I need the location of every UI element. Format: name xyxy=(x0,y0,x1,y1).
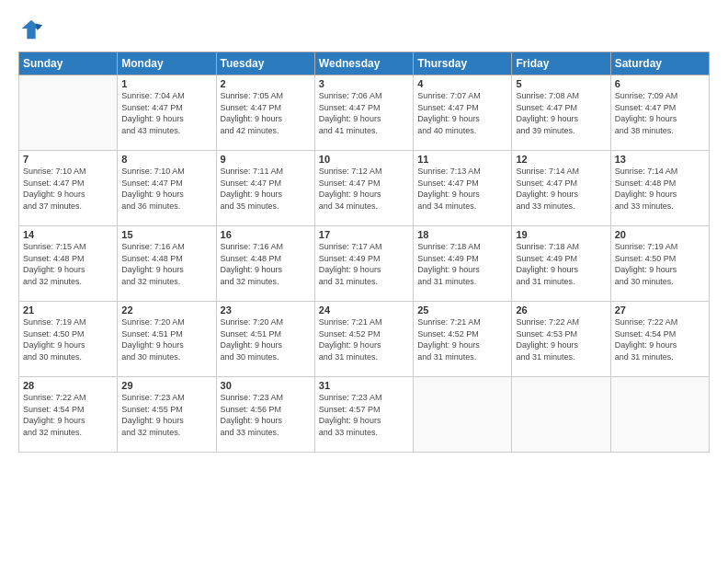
day-info: Sunrise: 7:23 AMSunset: 4:56 PMDaylight:… xyxy=(221,392,311,438)
calendar-cell xyxy=(610,377,709,453)
day-number: 22 xyxy=(121,304,211,316)
day-info: Sunrise: 7:06 AMSunset: 4:47 PMDaylight:… xyxy=(319,90,409,136)
day-number: 13 xyxy=(615,154,705,165)
day-number: 21 xyxy=(23,304,113,316)
day-number: 1 xyxy=(121,78,211,89)
day-number: 8 xyxy=(121,154,211,165)
calendar-cell: 1Sunrise: 7:04 AMSunset: 4:47 PMDaylight… xyxy=(118,75,216,151)
day-info: Sunrise: 7:19 AMSunset: 4:50 PMDaylight:… xyxy=(615,241,705,287)
day-number: 9 xyxy=(221,154,311,165)
day-number: 5 xyxy=(516,78,606,89)
day-info: Sunrise: 7:18 AMSunset: 4:49 PMDaylight:… xyxy=(417,241,507,287)
day-number: 19 xyxy=(516,229,606,240)
weekday-monday: Monday xyxy=(118,52,216,75)
day-info: Sunrise: 7:20 AMSunset: 4:51 PMDaylight:… xyxy=(221,316,311,362)
day-number: 24 xyxy=(319,304,409,316)
svg-marker-1 xyxy=(36,23,42,29)
week-row-4: 21Sunrise: 7:19 AMSunset: 4:50 PMDayligh… xyxy=(19,302,710,377)
day-info: Sunrise: 7:10 AMSunset: 4:47 PMDaylight:… xyxy=(121,166,211,212)
calendar-cell: 28Sunrise: 7:22 AMSunset: 4:54 PMDayligh… xyxy=(19,377,118,453)
calendar-cell: 15Sunrise: 7:16 AMSunset: 4:48 PMDayligh… xyxy=(118,226,216,302)
day-info: Sunrise: 7:22 AMSunset: 4:54 PMDaylight:… xyxy=(23,392,113,438)
calendar-cell: 21Sunrise: 7:19 AMSunset: 4:50 PMDayligh… xyxy=(19,302,118,377)
header xyxy=(18,17,710,42)
calendar-cell: 23Sunrise: 7:20 AMSunset: 4:51 PMDayligh… xyxy=(216,302,314,377)
day-number: 26 xyxy=(516,304,606,316)
day-number: 29 xyxy=(121,380,211,391)
day-info: Sunrise: 7:08 AMSunset: 4:47 PMDaylight:… xyxy=(516,90,606,136)
week-row-5: 28Sunrise: 7:22 AMSunset: 4:54 PMDayligh… xyxy=(19,377,710,453)
day-info: Sunrise: 7:19 AMSunset: 4:50 PMDaylight:… xyxy=(23,316,113,362)
day-number: 2 xyxy=(221,78,311,89)
day-number: 10 xyxy=(319,154,409,165)
day-number: 20 xyxy=(615,229,705,240)
day-info: Sunrise: 7:05 AMSunset: 4:47 PMDaylight:… xyxy=(221,90,311,136)
day-info: Sunrise: 7:21 AMSunset: 4:52 PMDaylight:… xyxy=(319,316,409,362)
calendar-cell: 22Sunrise: 7:20 AMSunset: 4:51 PMDayligh… xyxy=(118,302,216,377)
day-number: 7 xyxy=(23,154,113,165)
day-info: Sunrise: 7:15 AMSunset: 4:48 PMDaylight:… xyxy=(23,241,113,287)
day-info: Sunrise: 7:22 AMSunset: 4:53 PMDaylight:… xyxy=(516,316,606,362)
calendar-cell: 10Sunrise: 7:12 AMSunset: 4:47 PMDayligh… xyxy=(314,151,413,226)
calendar-cell: 12Sunrise: 7:14 AMSunset: 4:47 PMDayligh… xyxy=(512,151,610,226)
day-info: Sunrise: 7:18 AMSunset: 4:49 PMDaylight:… xyxy=(516,241,606,287)
logo xyxy=(18,17,48,42)
calendar-cell: 2Sunrise: 7:05 AMSunset: 4:47 PMDaylight… xyxy=(216,75,314,151)
week-row-3: 14Sunrise: 7:15 AMSunset: 4:48 PMDayligh… xyxy=(19,226,710,302)
weekday-tuesday: Tuesday xyxy=(216,52,314,75)
calendar-cell xyxy=(19,75,118,151)
day-info: Sunrise: 7:16 AMSunset: 4:48 PMDaylight:… xyxy=(221,241,311,287)
day-info: Sunrise: 7:16 AMSunset: 4:48 PMDaylight:… xyxy=(121,241,211,287)
logo-icon xyxy=(18,17,44,42)
calendar-cell: 6Sunrise: 7:09 AMSunset: 4:47 PMDaylight… xyxy=(610,75,709,151)
day-info: Sunrise: 7:14 AMSunset: 4:47 PMDaylight:… xyxy=(516,166,606,212)
day-number: 16 xyxy=(221,229,311,240)
calendar-cell: 29Sunrise: 7:23 AMSunset: 4:55 PMDayligh… xyxy=(118,377,216,453)
calendar-cell: 25Sunrise: 7:21 AMSunset: 4:52 PMDayligh… xyxy=(414,302,512,377)
day-number: 6 xyxy=(615,78,705,89)
weekday-header-row: SundayMondayTuesdayWednesdayThursdayFrid… xyxy=(19,52,710,75)
day-info: Sunrise: 7:22 AMSunset: 4:54 PMDaylight:… xyxy=(615,316,705,362)
calendar-cell: 9Sunrise: 7:11 AMSunset: 4:47 PMDaylight… xyxy=(216,151,314,226)
calendar-cell xyxy=(414,377,512,453)
week-row-1: 1Sunrise: 7:04 AMSunset: 4:47 PMDaylight… xyxy=(19,75,710,151)
page: SundayMondayTuesdayWednesdayThursdayFrid… xyxy=(0,0,728,563)
calendar-cell: 20Sunrise: 7:19 AMSunset: 4:50 PMDayligh… xyxy=(610,226,709,302)
day-info: Sunrise: 7:10 AMSunset: 4:47 PMDaylight:… xyxy=(23,166,113,212)
day-number: 17 xyxy=(319,229,409,240)
day-number: 15 xyxy=(121,229,211,240)
day-number: 27 xyxy=(615,304,705,316)
day-info: Sunrise: 7:12 AMSunset: 4:47 PMDaylight:… xyxy=(319,166,409,212)
calendar-cell: 27Sunrise: 7:22 AMSunset: 4:54 PMDayligh… xyxy=(610,302,709,377)
calendar-table: SundayMondayTuesdayWednesdayThursdayFrid… xyxy=(18,52,710,453)
calendar-cell xyxy=(512,377,610,453)
weekday-sunday: Sunday xyxy=(19,52,118,75)
weekday-wednesday: Wednesday xyxy=(314,52,413,75)
calendar-cell: 4Sunrise: 7:07 AMSunset: 4:47 PMDaylight… xyxy=(414,75,512,151)
calendar-cell: 17Sunrise: 7:17 AMSunset: 4:49 PMDayligh… xyxy=(314,226,413,302)
day-number: 31 xyxy=(319,380,409,391)
day-number: 3 xyxy=(319,78,409,89)
calendar-cell: 14Sunrise: 7:15 AMSunset: 4:48 PMDayligh… xyxy=(19,226,118,302)
day-number: 14 xyxy=(23,229,113,240)
calendar-cell: 18Sunrise: 7:18 AMSunset: 4:49 PMDayligh… xyxy=(414,226,512,302)
weekday-friday: Friday xyxy=(512,52,610,75)
calendar-cell: 7Sunrise: 7:10 AMSunset: 4:47 PMDaylight… xyxy=(19,151,118,226)
calendar-cell: 31Sunrise: 7:23 AMSunset: 4:57 PMDayligh… xyxy=(314,377,413,453)
calendar-cell: 24Sunrise: 7:21 AMSunset: 4:52 PMDayligh… xyxy=(314,302,413,377)
day-number: 25 xyxy=(417,304,507,316)
day-number: 28 xyxy=(23,380,113,391)
weekday-thursday: Thursday xyxy=(414,52,512,75)
day-number: 30 xyxy=(221,380,311,391)
day-number: 18 xyxy=(417,229,507,240)
day-info: Sunrise: 7:23 AMSunset: 4:57 PMDaylight:… xyxy=(319,392,409,438)
calendar-cell: 19Sunrise: 7:18 AMSunset: 4:49 PMDayligh… xyxy=(512,226,610,302)
weekday-saturday: Saturday xyxy=(610,52,709,75)
calendar-cell: 30Sunrise: 7:23 AMSunset: 4:56 PMDayligh… xyxy=(216,377,314,453)
calendar-cell: 3Sunrise: 7:06 AMSunset: 4:47 PMDaylight… xyxy=(314,75,413,151)
day-number: 12 xyxy=(516,154,606,165)
day-info: Sunrise: 7:13 AMSunset: 4:47 PMDaylight:… xyxy=(417,166,507,212)
day-info: Sunrise: 7:04 AMSunset: 4:47 PMDaylight:… xyxy=(121,90,211,136)
calendar-cell: 26Sunrise: 7:22 AMSunset: 4:53 PMDayligh… xyxy=(512,302,610,377)
day-info: Sunrise: 7:20 AMSunset: 4:51 PMDaylight:… xyxy=(121,316,211,362)
